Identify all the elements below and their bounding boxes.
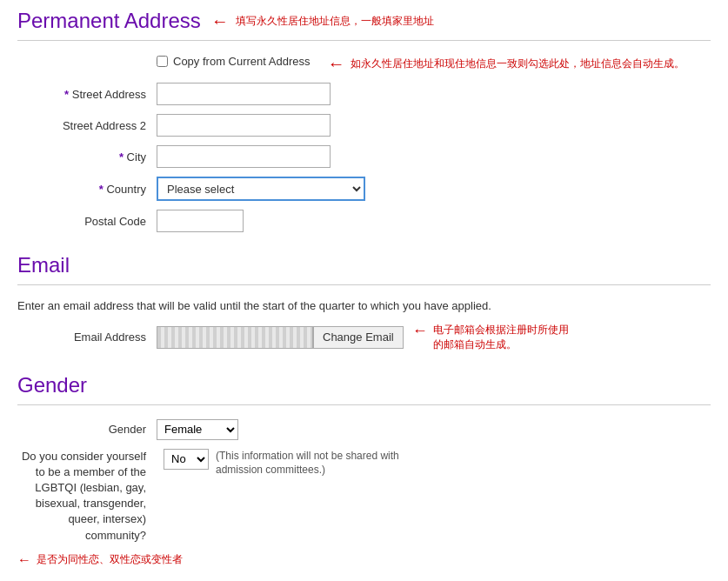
section-title-gender: Gender — [17, 373, 87, 397]
email-annotation-text: 电子邮箱会根据注册时所使用的邮箱自动生成。 — [433, 323, 572, 352]
permanent-address-section: Permanent Address ← 填写永久性居住地址信息，一般填家里地址 … — [17, 9, 711, 232]
copy-annotation: ← 如永久性居住地址和现住地信息一致则勾选此处，地址信息会自动生成。 — [328, 55, 685, 72]
lgbtqi-controls: No Yes (This information will not be sha… — [164, 449, 433, 478]
lgbtqi-label: Do you consider yourself to be a member … — [17, 449, 157, 544]
gender-select[interactable]: Female Male Non-binary Other — [157, 419, 238, 440]
arrow-icon-copy: ← — [328, 55, 345, 72]
gender-divider — [17, 404, 711, 405]
city-row: City — [17, 145, 711, 168]
street-address2-input[interactable] — [157, 114, 331, 137]
copy-address-checkbox[interactable] — [157, 56, 168, 67]
permanent-annotation-text: 填写永久性居住地址信息，一般填家里地址 — [236, 14, 434, 29]
email-address-label: Email Address — [17, 331, 157, 344]
email-divider — [17, 284, 711, 285]
email-annotation: ← 电子邮箱会根据注册时所使用的邮箱自动生成。 — [412, 323, 572, 352]
copy-address-label[interactable]: Copy from Current Address — [173, 55, 311, 68]
section-title-permanent: Permanent Address — [17, 9, 201, 33]
postal-code-label: Postal Code — [17, 215, 157, 228]
copy-annotation-text: 如永久性居住地址和现住地信息一致则勾选此处，地址信息会自动生成。 — [351, 57, 685, 71]
copy-checkbox-container: Copy from Current Address — [157, 55, 311, 68]
section-header-permanent: Permanent Address ← 填写永久性居住地址信息，一般填家里地址 — [17, 9, 711, 33]
street-address2-row: Street Address 2 — [17, 114, 711, 137]
street-address-row: Street Address — [17, 83, 711, 105]
street-address-label: Street Address — [17, 88, 157, 101]
permanent-annotation: ← 填写永久性居住地址信息，一般填家里地址 — [211, 12, 434, 30]
postal-code-input[interactable] — [157, 210, 244, 232]
email-section: Email Enter an email address that will b… — [17, 253, 711, 352]
section-title-email: Email — [17, 253, 70, 277]
country-select[interactable]: Please select United States China Canada… — [157, 177, 365, 201]
lgbtqi-row: Do you consider yourself to be a member … — [17, 449, 711, 544]
country-label: Country — [17, 183, 157, 196]
country-row: Country Please select United States Chin… — [17, 177, 711, 201]
gender-label: Gender — [17, 423, 157, 436]
lgbtqi-note: (This information will not be shared wit… — [216, 449, 433, 478]
permanent-divider — [17, 40, 711, 41]
gender-section: Gender Gender Female Male Non-binary Oth… — [17, 373, 711, 568]
change-email-button[interactable]: Change Email — [313, 326, 404, 349]
lgbtqi-select[interactable]: No Yes — [164, 449, 209, 470]
arrow-icon-email: ← — [412, 323, 428, 338]
section-header-gender: Gender — [17, 373, 711, 397]
lgbtqi-annotation-row: ← 是否为同性恋、双性恋或变性者 — [17, 552, 711, 568]
city-input[interactable] — [157, 145, 331, 168]
email-address-row: Email Address Change Email ← 电子邮箱会根据注册时所… — [17, 323, 711, 352]
arrow-icon-permanent: ← — [211, 12, 229, 30]
section-header-email: Email — [17, 253, 711, 277]
street-address-input[interactable] — [157, 83, 331, 105]
copy-checkbox-row: Copy from Current Address ← 如永久性居住地址和现住地… — [157, 55, 711, 72]
lgbtqi-annotation-text: 是否为同性恋、双性恋或变性者 — [37, 552, 183, 567]
city-label: City — [17, 150, 157, 164]
postal-code-row: Postal Code — [17, 210, 711, 232]
street-address2-label: Street Address 2 — [17, 119, 157, 132]
email-description: Enter an email address that will be vali… — [17, 299, 711, 312]
gender-row: Gender Female Male Non-binary Other — [17, 419, 711, 440]
email-display — [157, 326, 313, 349]
arrow-icon-lgbtqi: ← — [17, 552, 31, 568]
